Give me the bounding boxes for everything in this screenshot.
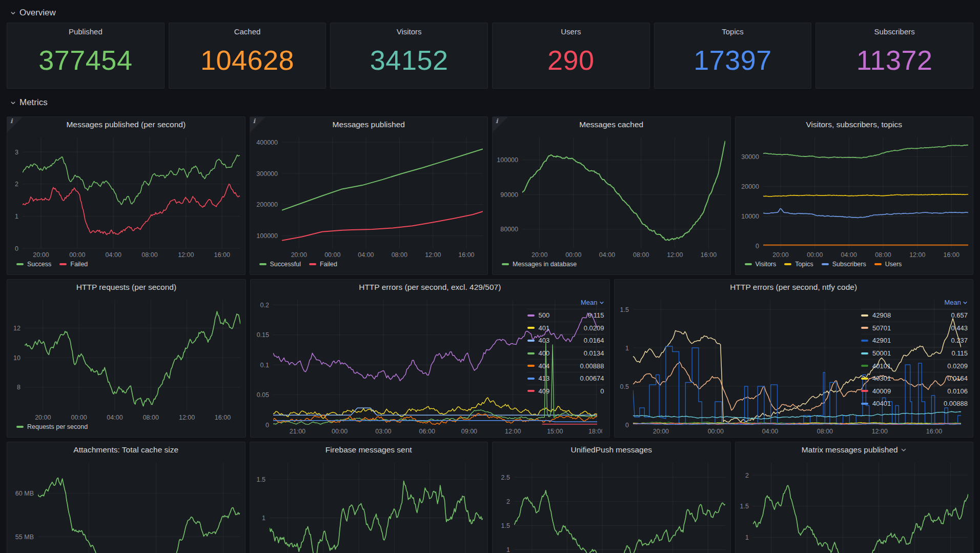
series-color-swatch [861, 365, 868, 367]
chart-matrix-messages[interactable]: 0.511.52 [736, 458, 973, 553]
panel-title[interactable]: Messages cached [493, 117, 730, 132]
series-color-swatch [861, 327, 868, 329]
legend-row-404[interactable]: 4040.00888 [527, 359, 604, 372]
section-overview[interactable]: Overview [7, 0, 973, 23]
svg-text:1.5: 1.5 [740, 503, 748, 510]
panel-title[interactable]: HTTP errors (per second, excl. 429/507) [251, 280, 609, 295]
chart-unifiedpush-messages[interactable]: 11.522.5 [493, 458, 730, 553]
legend-row-400[interactable]: 4000.0134 [527, 347, 604, 360]
panel-title[interactable]: Firebase messages sent [250, 442, 488, 458]
svg-text:0.5: 0.5 [620, 383, 628, 390]
stat-value: 11372 [856, 36, 933, 88]
panel-title[interactable]: HTTP errors (per second, ntfy code) [615, 280, 973, 295]
chart-visitors-subscribers-topics[interactable]: 20:0000:0004:0008:0012:0016:000100002000… [736, 132, 973, 261]
legend-sort-mean[interactable]: Mean [527, 296, 604, 309]
chart-http-errors-ntfy[interactable]: 20:0000:0004:0008:0012:0016:0000.511.5 [615, 295, 860, 437]
panel-attachments-cache-size: Attachments: Total cache size 55 MB60 MB [7, 442, 246, 553]
chart-http-errors-excl[interactable]: 21:0000:0003:0006:0009:0012:0015:0018:00… [251, 295, 525, 437]
chart-firebase-messages[interactable]: 0.511.5 [250, 458, 488, 553]
section-metrics[interactable]: Metrics [7, 89, 973, 112]
series-color-swatch [527, 378, 535, 380]
svg-text:200000: 200000 [256, 201, 278, 208]
svg-text:90000: 90000 [500, 191, 518, 199]
legend-item-users[interactable]: Users [874, 261, 902, 268]
legend-item-subscribers[interactable]: Subscribers [822, 261, 866, 268]
svg-text:03:00: 03:00 [375, 428, 391, 435]
legend-item-messages-in-database[interactable]: Messages in database [502, 261, 577, 268]
legend-row-40301[interactable]: 403010.0164 [861, 372, 968, 385]
stat-label: Cached [234, 27, 261, 36]
legend-row-50001[interactable]: 500010.115 [861, 347, 968, 360]
legend-row-409[interactable]: 4090 [527, 385, 604, 398]
chevron-down-icon[interactable] [901, 447, 907, 453]
chart-messages-cached[interactable]: 20:0000:0004:0008:0012:0016:008000090000… [493, 132, 730, 261]
legend-item-success[interactable]: Success [16, 261, 51, 268]
chart-attachments-cache-size[interactable]: 55 MB60 MB [7, 458, 245, 553]
legend-item-requests-per-second[interactable]: Requests per second [16, 423, 88, 430]
legend-item-failed[interactable]: Failed [59, 261, 88, 268]
legend-row-40101[interactable]: 401010.0209 [861, 359, 968, 372]
svg-text:100000: 100000 [256, 232, 278, 240]
svg-text:8: 8 [17, 384, 21, 391]
svg-text:16:00: 16:00 [701, 251, 717, 259]
chart-http-requests[interactable]: 20:0000:0004:0008:0012:0016:0081012 [7, 295, 246, 423]
svg-text:80000: 80000 [500, 226, 518, 233]
svg-text:1.5: 1.5 [256, 476, 265, 483]
svg-text:16:00: 16:00 [214, 251, 230, 259]
series-color-swatch [861, 390, 868, 392]
panel-title[interactable]: Messages published [250, 117, 488, 132]
svg-text:400000: 400000 [256, 139, 278, 146]
legend-item-failed[interactable]: Failed [309, 261, 337, 268]
series-color-swatch [309, 263, 316, 265]
svg-text:21:00: 21:00 [290, 428, 305, 435]
svg-text:16:00: 16:00 [458, 251, 474, 259]
svg-text:12:00: 12:00 [505, 428, 521, 435]
svg-text:00:00: 00:00 [707, 428, 723, 435]
svg-text:3: 3 [15, 149, 18, 156]
chart-messages-published-rate[interactable]: 20:0000:0004:0008:0012:0016:000123 [7, 132, 245, 261]
info-icon[interactable]: i [7, 117, 23, 132]
section-title: Metrics [19, 97, 48, 108]
panel-title[interactable]: Attachments: Total cache size [7, 442, 245, 458]
section-title: Overview [19, 8, 56, 18]
panel-visitors-subscribers-topics: Visitors, subscribers, topics 20:0000:00… [735, 116, 974, 275]
panel-title[interactable]: Matrix messages published [736, 442, 973, 458]
svg-text:12: 12 [13, 325, 21, 332]
legend-row-401[interactable]: 4010.0209 [527, 322, 604, 334]
stat-label: Published [69, 27, 103, 36]
stat-label: Subscribers [874, 27, 915, 36]
series-color-swatch [861, 314, 868, 317]
info-icon[interactable]: i [250, 117, 266, 132]
legend-row-50701[interactable]: 507010.443 [861, 322, 968, 334]
chart-messages-published[interactable]: 20:0000:0004:0008:0012:0016:001000002000… [250, 132, 488, 261]
svg-text:12:00: 12:00 [667, 251, 683, 259]
panel-title[interactable]: HTTP requests (per second) [7, 280, 246, 295]
legend-item-visitors[interactable]: Visitors [745, 261, 777, 268]
legend-row-42908[interactable]: 429080.657 [861, 309, 968, 322]
legend-row-40401[interactable]: 404010.00888 [861, 397, 968, 410]
svg-text:16:00: 16:00 [215, 414, 231, 421]
svg-text:55 MB: 55 MB [15, 534, 34, 541]
legend-sort-mean[interactable]: Mean [861, 296, 968, 309]
panel-firebase-messages: Firebase messages sent 0.511.5 [250, 442, 488, 553]
legend-item-topics[interactable]: Topics [784, 261, 813, 268]
panel-http-errors-excl: HTTP errors (per second, excl. 429/507) … [250, 279, 610, 438]
panel-title[interactable]: Messages published (per second) [7, 117, 245, 132]
legend-row-500[interactable]: 5000.115 [527, 309, 604, 322]
svg-text:12:00: 12:00 [425, 251, 441, 259]
legend-row-42901[interactable]: 429010.237 [861, 334, 968, 347]
svg-text:12:00: 12:00 [909, 251, 925, 259]
legend-row-40009[interactable]: 400090.0106 [861, 385, 968, 398]
svg-text:1.5: 1.5 [501, 522, 510, 529]
svg-text:12:00: 12:00 [179, 414, 195, 421]
legend-item-successful[interactable]: Successful [259, 261, 301, 268]
panel-title[interactable]: Visitors, subscribers, topics [736, 117, 973, 132]
info-icon[interactable]: i [493, 117, 508, 132]
svg-text:20:00: 20:00 [291, 251, 307, 259]
legend-row-403[interactable]: 4030.0164 [527, 334, 604, 347]
chart-legend-table: Mean5000.1154010.02094030.01644000.01344… [525, 295, 609, 437]
legend-row-413[interactable]: 4130.00674 [527, 372, 604, 385]
svg-text:1: 1 [262, 515, 266, 522]
svg-text:1.5: 1.5 [620, 306, 628, 313]
panel-title[interactable]: UnifiedPush messages [493, 442, 730, 458]
